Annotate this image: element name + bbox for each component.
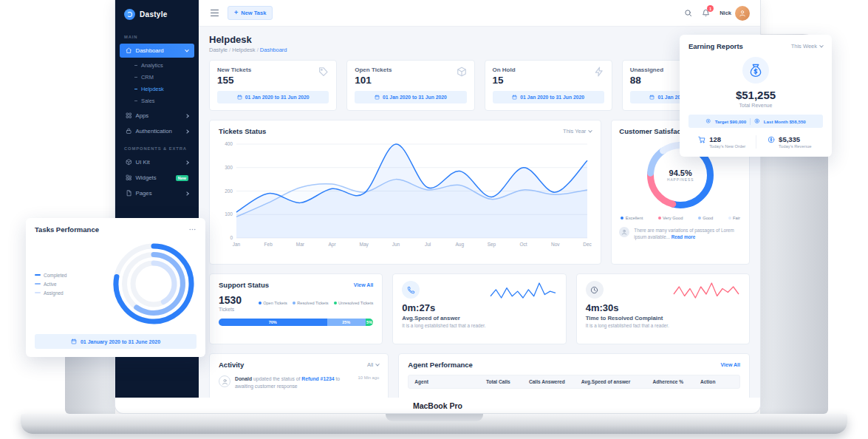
legend-dash [35, 283, 41, 285]
breadcrumb-item[interactable]: Dashboard [260, 47, 287, 53]
brand[interactable]: Dastyle [115, 0, 199, 27]
sidebar-item-label: Analytics [141, 62, 163, 69]
laptop-base [21, 414, 847, 434]
stat-value: 101 [355, 75, 392, 86]
legend-item: Assigned [35, 290, 66, 296]
sidebar-item-label: Apps [136, 112, 182, 119]
sidebar-item-label: Authentication [136, 128, 182, 135]
legend-dot [334, 302, 337, 304]
legend-item: Completed [35, 273, 66, 278]
plus-icon: + [234, 10, 238, 16]
sidebar-item-pages[interactable]: Pages [120, 186, 194, 200]
search-icon[interactable] [684, 9, 692, 17]
date-range-label: 01 Jan 2020 to 31 Jun 2020 [383, 95, 447, 100]
svg-text:Nov: Nov [551, 242, 560, 247]
activity-item[interactable]: Donald updated the status of Refund #123… [219, 375, 379, 390]
charts-row: Tickets Status This Year 0100200300400Ja… [209, 120, 750, 265]
breadcrumb: DastyleHelpdeskDashboard [209, 47, 750, 53]
date-range-picker[interactable]: 01 January 2020 to 31 June 2020 [35, 334, 197, 349]
week-filter-dropdown[interactable]: This Week [791, 43, 823, 50]
legend-dot [293, 302, 295, 304]
date-range-picker[interactable]: 01 Jan 2020 to 31 Jun 2020 [355, 91, 466, 103]
stat-label: Open Tickets [355, 67, 392, 73]
revenue-value: $5,335 [779, 135, 811, 143]
svg-text:100: 100 [225, 211, 233, 217]
date-range-picker[interactable]: 01 Jan 2020 to 31 Jun 2020 [217, 91, 329, 103]
legend-item: Unresolved Tickets [334, 301, 374, 305]
laptop-notch [386, 414, 483, 421]
sidebar-item-widgets[interactable]: Widgets New [120, 171, 194, 185]
sidebar-item-label: Sales [141, 98, 155, 104]
stat-value: 15 [493, 75, 516, 86]
user-menu[interactable]: Nick [720, 6, 750, 21]
filter-label: All [367, 361, 373, 368]
total-revenue-label: Total Revenue [688, 103, 823, 108]
sidebar-item-label: UI Kit [136, 159, 182, 166]
sidebar-item-analytics[interactable]: Analytics [115, 59, 199, 71]
macbook-mockup: Dastyle MAIN Dashboard Analytics CRM Hel… [0, 0, 868, 439]
support-progress-bar: 70%25%5% [219, 319, 373, 326]
package-icon [457, 67, 467, 80]
home-icon [126, 47, 132, 54]
progress-segment: 70% [219, 319, 327, 326]
tick-icon [134, 101, 137, 101]
target-label: Target $90,000 [715, 119, 747, 124]
svg-text:Aug: Aug [455, 242, 464, 248]
chevron-right-icon [185, 129, 189, 134]
sidebar-item-sales[interactable]: Sales [115, 95, 199, 106]
sidebar-item-authentication[interactable]: Authentication [120, 124, 194, 138]
activity-card: Activity All Donald updated the status o… [209, 353, 389, 398]
breadcrumb-item[interactable]: Helpdesk [232, 47, 260, 53]
sidebar-item-crm[interactable]: CRM [115, 71, 199, 83]
brand-name: Dastyle [140, 10, 168, 18]
legend-dash [35, 292, 41, 293]
read-more-link[interactable]: Read more [671, 234, 696, 239]
legend-item: Active [35, 282, 66, 287]
card-title: Support Status [219, 281, 269, 289]
date-range-label: 01 Jan 2020 to 31 Jun 2020 [245, 95, 310, 100]
calendar-icon [71, 338, 77, 344]
view-all-link[interactable]: View All [354, 282, 373, 287]
stat-cards-row: New Tickets 155 01 Jan 2020 to 31 Jun 20… [209, 60, 750, 111]
agent-table-header: Agent Total Calls Calls Answered Avg.Spe… [408, 375, 740, 389]
page-content: Helpdesk DastyleHelpdeskDashboard New Ti… [199, 27, 760, 398]
sidebar-item-label: CRM [141, 74, 154, 81]
refund-link[interactable]: Refund #1234 [301, 376, 334, 381]
activity-filter-dropdown[interactable]: All [367, 361, 379, 368]
pages-icon [126, 190, 132, 197]
date-range-picker[interactable]: 01 Jan 2020 to 31 Jun 2020 [493, 91, 604, 103]
avatar [735, 6, 750, 21]
legend-item: Very Good [658, 216, 683, 220]
view-all-link[interactable]: View All [721, 362, 740, 367]
menu-icon[interactable] [209, 8, 220, 18]
new-badge: New [176, 175, 188, 181]
stat-value: 88 [630, 75, 663, 86]
resolve-time-sparkline [672, 281, 740, 300]
bell-icon[interactable]: 1 [702, 9, 710, 17]
sidebar-item-ui-kit[interactable]: UI Kit [120, 155, 194, 169]
avg-speed-card: 0m:27s Avg.Speed of answer It is a long … [392, 273, 566, 344]
stat-value: 155 [217, 75, 251, 86]
support-row: Support Status View All 1530 Tickets Ope… [209, 273, 750, 344]
sidebar-item-dashboard[interactable]: Dashboard [120, 44, 194, 58]
card-title: Activity [219, 361, 244, 369]
dastyle-logo-icon [124, 9, 135, 20]
sidebar-item-helpdesk[interactable]: Helpdesk [115, 83, 199, 95]
support-legend: Open Tickets Resolved Tickets Unresolved… [259, 301, 374, 305]
dashboard-submenu: Analytics CRM Helpdesk Sales [115, 58, 199, 108]
more-options-icon[interactable] [188, 225, 197, 234]
tick-icon [134, 65, 137, 66]
resolve-time-card: 4m:30s Time to Resolved Complaint It is … [576, 273, 750, 344]
user-name: Nick [720, 10, 731, 16]
calendar-icon [512, 95, 517, 100]
breadcrumb-item[interactable]: Dastyle [209, 47, 232, 53]
box-icon [126, 159, 132, 166]
sidebar-item-apps[interactable]: Apps [120, 109, 194, 123]
year-filter-dropdown[interactable]: This Year [563, 128, 592, 135]
filter-label: This Year [563, 128, 586, 135]
new-task-button[interactable]: + New Task [228, 6, 273, 20]
legend-item: Excellent [621, 216, 643, 220]
device-label: MacBook Pro [115, 398, 760, 413]
stat-card-on-hold: On Hold 15 01 Jan 2020 to 31 Jun 2020 [485, 60, 612, 111]
chevron-down-icon [375, 361, 380, 366]
